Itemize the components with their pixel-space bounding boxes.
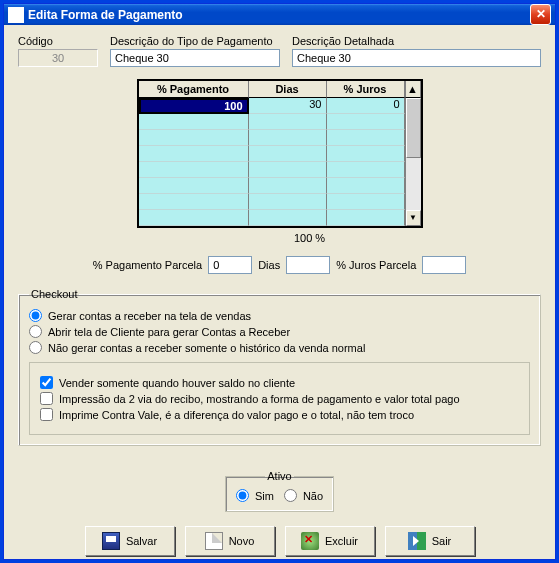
grid-row[interactable] [139, 162, 405, 178]
scrollbar-thumb[interactable] [406, 98, 421, 158]
grid-row[interactable] [139, 146, 405, 162]
salvar-button[interactable]: Salvar [85, 526, 175, 556]
codigo-input [18, 49, 98, 67]
app-icon [8, 7, 24, 23]
ativo-fieldset: Ativo Sim Não [225, 470, 334, 512]
checkout-radio-nao-gerar[interactable] [29, 341, 42, 354]
ativo-nao[interactable]: Não [284, 489, 323, 502]
titlebar[interactable]: Edita Forma de Pagamento ✕ [4, 4, 555, 25]
ativo-legend: Ativo [265, 470, 293, 482]
grid[interactable]: % Pagamento Dias % Juros ▲ 100 30 0 [137, 79, 423, 244]
save-icon [102, 532, 120, 550]
juros-parcela-label: % Juros Parcela [336, 259, 416, 271]
pct-parcela-label: % Pagamento Parcela [93, 259, 202, 271]
excluir-button[interactable]: Excluir [285, 526, 375, 556]
scroll-down-button[interactable]: ▼ [406, 210, 421, 226]
descricao-label: Descrição do Tipo de Pagamento [110, 35, 280, 47]
scroll-up-button[interactable]: ▲ [405, 81, 421, 98]
chk-contra-vale[interactable]: Imprime Contra Vale, é a diferença do va… [40, 408, 519, 421]
chk-vender-saldo[interactable]: Vender somente quando houver saldo no cl… [40, 376, 519, 389]
grid-scrollbar[interactable]: ▼ [405, 98, 421, 226]
checkout-opt-abrir[interactable]: Abrir tela de Cliente para gerar Contas … [29, 325, 530, 338]
grid-header-pagamento[interactable]: % Pagamento [139, 81, 249, 98]
grid-cell-dias[interactable]: 30 [249, 98, 327, 114]
checkout-fieldset: Checkout Gerar contas a receber na tela … [18, 288, 541, 446]
content-area: Código Descrição do Tipo de Pagamento De… [4, 25, 555, 563]
close-button[interactable]: ✕ [530, 4, 551, 25]
sair-button[interactable]: Sair [385, 526, 475, 556]
window-title: Edita Forma de Pagamento [28, 8, 530, 22]
new-icon [205, 532, 223, 550]
grid-header-dias[interactable]: Dias [249, 81, 327, 98]
pct-parcela-input[interactable] [208, 256, 252, 274]
descricao-input[interactable] [110, 49, 280, 67]
checkbox-vender-saldo[interactable] [40, 376, 53, 389]
checkbox-impressao-2via[interactable] [40, 392, 53, 405]
checkout-opt-gerar[interactable]: Gerar contas a receber na tela de vendas [29, 309, 530, 322]
grid-row[interactable] [139, 178, 405, 194]
grid-row[interactable] [139, 130, 405, 146]
delete-icon [301, 532, 319, 550]
grid-row[interactable]: 100 30 0 [139, 98, 405, 114]
dias-parcela-label: Dias [258, 259, 280, 271]
detalhada-label: Descrição Detalhada [292, 35, 541, 47]
checkbox-contra-vale[interactable] [40, 408, 53, 421]
checkout-radio-abrir[interactable] [29, 325, 42, 338]
grid-cell-juros[interactable]: 0 [327, 98, 405, 114]
grid-cell-pct[interactable]: 100 [139, 98, 249, 114]
ativo-radio-nao[interactable] [284, 489, 297, 502]
grid-row[interactable] [139, 194, 405, 210]
juros-parcela-input[interactable] [422, 256, 466, 274]
checkout-radio-gerar[interactable] [29, 309, 42, 322]
grid-header-juros[interactable]: % Juros [327, 81, 405, 98]
dialog-edita-forma-pagamento: Edita Forma de Pagamento ✕ Código Descri… [3, 3, 556, 560]
ativo-radio-sim[interactable] [236, 489, 249, 502]
grid-row[interactable] [139, 114, 405, 130]
grid-total-label: 100 % [197, 232, 423, 244]
checkout-opt-nao-gerar[interactable]: Não gerar contas a receber somente o his… [29, 341, 530, 354]
checkout-legend: Checkout [29, 288, 79, 300]
chk-impressao-2via[interactable]: Impressão da 2 via do recibo, mostrando … [40, 392, 519, 405]
ativo-sim[interactable]: Sim [236, 489, 274, 502]
exit-icon [408, 532, 426, 550]
checkout-inner-fieldset: Vender somente quando houver saldo no cl… [29, 362, 530, 435]
detalhada-input[interactable] [292, 49, 541, 67]
grid-row[interactable] [139, 210, 405, 226]
dias-parcela-input[interactable] [286, 256, 330, 274]
novo-button[interactable]: Novo [185, 526, 275, 556]
codigo-label: Código [18, 35, 98, 47]
